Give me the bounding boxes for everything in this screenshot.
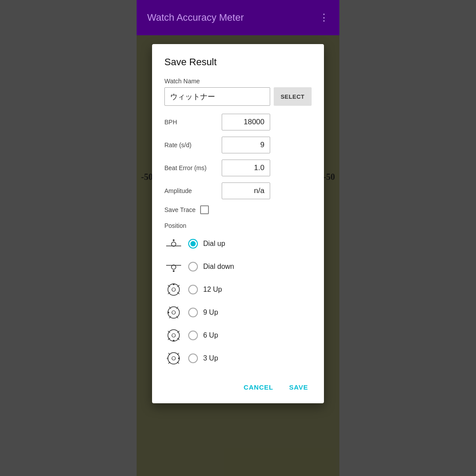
svg-point-5	[173, 270, 175, 272]
beat-error-row: Beat Error (ms)	[164, 160, 312, 176]
svg-point-6	[168, 284, 179, 295]
position-label-6-up: 6 Up	[203, 331, 218, 339]
watch-name-input[interactable]	[164, 87, 270, 106]
svg-point-28	[172, 357, 175, 360]
amplitude-input[interactable]	[222, 182, 270, 199]
position-option-dial-down[interactable]: Dial down	[164, 257, 312, 276]
position-label-3-up: 3 Up	[203, 354, 218, 362]
svg-point-14	[172, 311, 175, 314]
amplitude-row: Amplitude	[164, 182, 312, 199]
position-option-6-up[interactable]: 6 Up	[164, 326, 312, 345]
radio-inner-dial-up	[190, 241, 196, 246]
svg-point-21	[172, 334, 175, 337]
radio-dial-down[interactable]	[188, 262, 198, 271]
rate-row: Rate (s/d)	[164, 137, 312, 153]
svg-point-34	[167, 357, 168, 359]
watch-name-label: Watch Name	[164, 78, 312, 85]
6-up-icon	[164, 326, 183, 345]
3-up-icon	[164, 349, 183, 368]
radio-9-up[interactable]	[188, 308, 198, 317]
dial-up-icon	[164, 234, 183, 253]
phone-container: Watch Accuracy Meter ⋮ -50 -50 Save Resu…	[137, 0, 339, 476]
app-content: -50 -50 Save Result Watch Name SELECT BP…	[137, 35, 339, 476]
rate-input[interactable]	[222, 137, 270, 153]
radio-6-up[interactable]	[188, 331, 198, 340]
menu-icon[interactable]: ⋮	[319, 12, 329, 23]
app-title: Watch Accuracy Meter	[147, 12, 244, 23]
svg-point-13	[168, 307, 179, 318]
save-trace-row: Save Trace	[164, 205, 312, 214]
position-label-12-up: 12 Up	[203, 286, 222, 294]
watch-name-row: SELECT	[164, 87, 312, 106]
dialog-title: Save Result	[164, 56, 312, 68]
position-option-3-up[interactable]: 3 Up	[164, 349, 312, 368]
svg-point-8	[173, 283, 175, 285]
bph-label: BPH	[164, 119, 222, 126]
save-result-dialog: Save Result Watch Name SELECT BPH Rate (…	[152, 44, 324, 403]
select-button[interactable]: SELECT	[274, 87, 312, 106]
svg-point-15	[167, 312, 169, 313]
save-trace-label: Save Trace	[164, 206, 196, 213]
app-bar: Watch Accuracy Meter ⋮	[137, 0, 339, 35]
save-button[interactable]: SAVE	[286, 382, 312, 393]
svg-point-29	[178, 357, 180, 359]
radio-dial-up[interactable]	[188, 239, 198, 249]
position-label-9-up: 9 Up	[203, 309, 218, 316]
bph-row: BPH	[164, 114, 312, 130]
position-option-12-up[interactable]: 12 Up	[164, 280, 312, 299]
9-up-icon	[164, 303, 183, 322]
amplitude-label: Amplitude	[164, 187, 222, 194]
position-label: Position	[164, 222, 312, 229]
radio-3-up[interactable]	[188, 353, 198, 363]
position-options: Dial up Dial down	[164, 234, 312, 368]
position-option-dial-up[interactable]: Dial up	[164, 234, 312, 253]
cancel-button[interactable]: CANCEL	[240, 382, 277, 393]
save-trace-checkbox[interactable]	[200, 205, 209, 214]
svg-point-20	[168, 330, 179, 341]
rate-label: Rate (s/d)	[164, 141, 222, 149]
svg-point-7	[172, 288, 175, 291]
radio-12-up[interactable]	[188, 285, 198, 294]
dial-down-icon	[164, 257, 183, 276]
svg-point-2	[173, 239, 175, 241]
dialog-actions: CANCEL SAVE	[164, 378, 312, 393]
position-option-9-up[interactable]: 9 Up	[164, 303, 312, 322]
bph-input[interactable]	[222, 114, 270, 130]
svg-point-22	[173, 340, 175, 342]
beat-error-label: Beat Error (ms)	[164, 164, 222, 171]
position-label-dial-up: Dial up	[203, 240, 225, 248]
position-label-dial-down: Dial down	[203, 263, 234, 271]
12-up-icon	[164, 280, 183, 299]
beat-error-input[interactable]	[222, 160, 270, 176]
